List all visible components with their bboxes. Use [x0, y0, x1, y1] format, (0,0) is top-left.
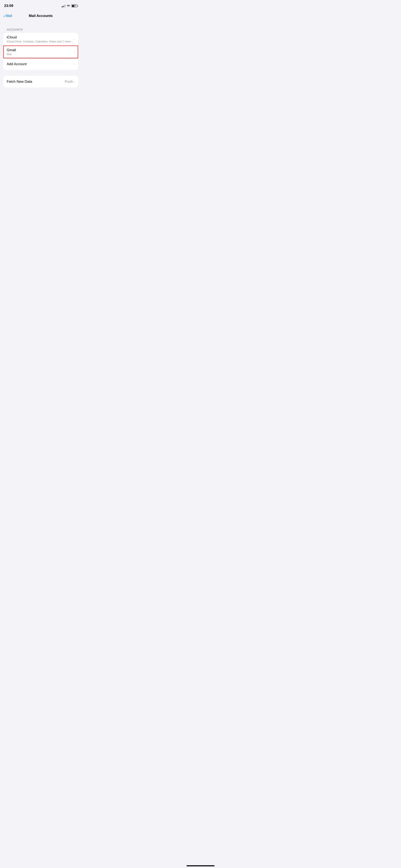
content: ACCOUNTS iCloud iCloud Drive, Contacts, …: [0, 22, 82, 88]
icloud-account-subtitle: iCloud Drive, Contacts, Calendars, Notes…: [7, 40, 74, 43]
gmail-account-subtitle: Mail: [7, 53, 74, 56]
wifi-icon: [67, 5, 70, 7]
gmail-account-title: Gmail: [7, 48, 74, 52]
gmail-account-row[interactable]: Gmail Mail ›: [3, 45, 78, 58]
signal-icon: [62, 4, 65, 7]
icloud-account-row[interactable]: iCloud iCloud Drive, Contacts, Calendars…: [3, 33, 78, 45]
add-account-chevron-icon: ›: [74, 62, 75, 66]
gmail-account-content: Gmail Mail: [7, 48, 74, 56]
accounts-list: iCloud iCloud Drive, Contacts, Calendars…: [3, 33, 78, 70]
icloud-chevron-icon: ›: [74, 37, 75, 41]
status-bar: 23:09 47: [0, 0, 82, 10]
fetch-new-data-content: Fetch New Data: [7, 80, 65, 84]
fetch-new-data-title: Fetch New Data: [7, 80, 65, 84]
nav-bar: ‹ Mail Mail Accounts: [0, 10, 82, 22]
status-time: 23:09: [4, 4, 13, 8]
back-chevron-icon: ‹: [3, 14, 5, 18]
back-label: Mail: [6, 14, 12, 18]
battery-icon: 47: [71, 4, 77, 7]
add-account-content: Add Account: [7, 62, 74, 66]
fetch-new-data-row[interactable]: Fetch New Data Push ›: [3, 76, 78, 88]
page-title: Mail Accounts: [29, 14, 53, 18]
fetch-data-list: Fetch New Data Push ›: [3, 76, 78, 88]
accounts-section-label: ACCOUNTS: [3, 28, 78, 31]
icloud-account-content: iCloud iCloud Drive, Contacts, Calendars…: [7, 35, 74, 43]
gmail-chevron-icon: ›: [74, 50, 75, 54]
fetch-value: Push: [65, 80, 73, 84]
status-icons: 47: [62, 4, 77, 7]
fetch-chevron-icon: ›: [74, 80, 75, 84]
add-account-title: Add Account: [7, 62, 74, 66]
icloud-account-title: iCloud: [7, 35, 74, 39]
add-account-row[interactable]: Add Account ›: [3, 58, 78, 70]
back-button[interactable]: ‹ Mail: [3, 14, 12, 18]
